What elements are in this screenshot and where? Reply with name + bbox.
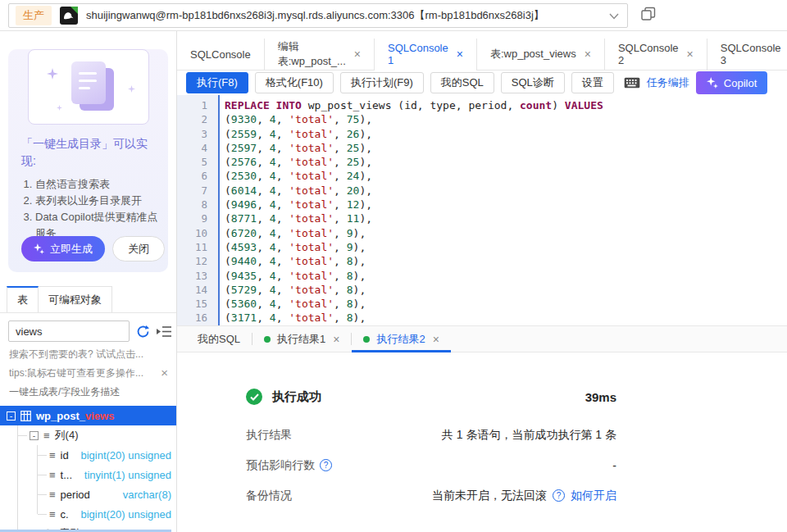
connection-selector[interactable]: 生产 shuijingwanwq@rm-bp181bd6nxs268i3j.my… <box>8 3 628 28</box>
sql-token: 3171 <box>231 311 257 324</box>
sql-token: 8 <box>347 255 353 267</box>
result-row-label: 备份情况 <box>246 489 292 503</box>
generate-now-button[interactable]: 立即生成 <box>21 236 105 261</box>
sql-line: (2597, 4, 'total', 25), <box>225 141 787 155</box>
how-to-enable-link[interactable]: 如何开启 <box>571 489 616 503</box>
result-tab[interactable]: 执行结果1× <box>252 326 351 352</box>
help-icon[interactable]: ? <box>320 459 332 471</box>
sql-token: , <box>257 311 270 324</box>
tab-close-icon[interactable]: × <box>687 48 694 61</box>
chevron-down-icon[interactable] <box>609 8 619 23</box>
format-button[interactable]: 格式化(F10) <box>255 72 334 93</box>
sql-line: (4593, 4, 'total', 9), <box>225 240 787 254</box>
editor-tab[interactable]: 编辑表:wp_post_...× <box>265 39 375 70</box>
tab-close-icon[interactable]: × <box>457 48 463 61</box>
sql-token: 11 <box>347 212 360 225</box>
editor-tab[interactable]: 表:wp_post_views× <box>477 39 605 70</box>
sql-token: ( <box>225 198 231 211</box>
tab-close-icon[interactable]: × <box>433 333 439 346</box>
column-name: c. <box>61 508 69 521</box>
editor-tab[interactable]: SQLConsole 2× <box>605 39 707 70</box>
result-tab[interactable]: 执行结果2× <box>352 326 450 352</box>
sql-token: 5729 <box>231 284 257 296</box>
sql-token: , <box>257 170 270 182</box>
editor-code[interactable]: REPLACE INTO wp_post_views (id, type, pe… <box>218 95 787 325</box>
editor-tab-label: 表:wp_post_views <box>490 47 576 61</box>
sql-token: ), <box>353 311 366 324</box>
tree-column-row[interactable]: ≡c.bigint(20) unsigned <box>0 504 176 524</box>
result-tab-label: 执行结果2 <box>376 332 425 347</box>
sql-token: 'total' <box>289 113 334 125</box>
sql-token: 'total' <box>289 284 334 296</box>
sql-toolbar: 执行(F8) 格式化(F10) 执行计划(F9) 我的SQL SQL诊断 设置 … <box>177 70 787 95</box>
explain-plan-button[interactable]: 执行计划(F9) <box>340 72 424 93</box>
editor-tab[interactable]: SQLConsole 1× <box>375 39 477 70</box>
sidebar-tab[interactable]: 表 <box>7 286 39 312</box>
sidebar-tab-label: 表 <box>17 293 28 307</box>
table-icon <box>20 411 31 421</box>
sql-editor[interactable]: 12345678910111213141516 REPLACE INTO wp_… <box>177 95 787 325</box>
result-tab-label: 我的SQL <box>198 332 240 347</box>
execute-button[interactable]: 执行(F8) <box>186 72 248 93</box>
editor-tab[interactable]: SQLConsole 3× <box>707 39 787 70</box>
copilot-button[interactable]: Copilot <box>696 71 767 94</box>
sql-line: (2576, 4, 'total', 25), <box>225 155 787 169</box>
execution-status-text: 执行成功 <box>272 389 321 405</box>
collapse-minus-icon[interactable]: - <box>7 412 16 421</box>
sql-token: , <box>334 184 347 197</box>
tree-columns-group[interactable]: - ≡ 列(4) <box>0 425 176 445</box>
collapse-tree-icon[interactable] <box>157 325 171 338</box>
tab-close-icon[interactable]: × <box>585 48 591 61</box>
result-row-label: 预估影响行数? <box>246 458 332 473</box>
sql-token: ( <box>225 255 231 267</box>
column-type: bigint(20) unsigned <box>80 508 171 521</box>
table-search-input[interactable] <box>8 321 130 342</box>
editor-tab[interactable]: SQLConsole <box>177 39 265 70</box>
close-icon[interactable]: × <box>161 366 176 380</box>
sql-token: , <box>334 270 347 282</box>
sql-token: ), <box>353 270 366 282</box>
result-tab[interactable]: 我的SQL <box>186 326 252 352</box>
line-number: 11 <box>177 240 218 254</box>
sql-token: 25 <box>347 156 360 168</box>
line-number: 15 <box>177 297 218 311</box>
sparkle-icon <box>707 77 718 89</box>
sql-line: (2559, 4, 'total', 26), <box>225 127 787 141</box>
tree-column-row[interactable]: ≡t...tinyint(1) unsigned <box>0 465 176 484</box>
tree-column-row[interactable]: ≡periodvarchar(8) <box>0 484 176 504</box>
tab-close-icon[interactable]: × <box>354 48 361 61</box>
sql-token: 'total' <box>289 298 334 310</box>
task-orchestration-link[interactable]: 任务编排 <box>647 75 689 90</box>
sidebar-tab-label: 可编程对象 <box>48 293 102 307</box>
my-sql-button[interactable]: 我的SQL <box>430 72 494 93</box>
sql-token: ( <box>225 142 231 154</box>
editor-tab-label: SQLConsole 2 <box>618 42 679 66</box>
sql-line: REPLACE INTO wp_post_views (id, type, pe… <box>225 98 787 112</box>
tree-column-row[interactable]: ≡idbigint(20) unsigned <box>0 445 176 465</box>
sql-diagnose-button[interactable]: SQL诊断 <box>501 72 565 93</box>
copilot-label: Copilot <box>724 77 757 89</box>
column-icon: ≡ <box>49 508 56 521</box>
sql-token: , <box>257 255 270 267</box>
refresh-icon[interactable] <box>136 325 150 339</box>
settings-button[interactable]: 设置 <box>571 72 614 93</box>
tree-table-row[interactable]: - wp_post_views <box>0 406 176 425</box>
search-hint-text[interactable]: 搜索不到需要的表? 试试点击... <box>0 348 176 361</box>
column-icon: ≡ <box>49 469 56 481</box>
sql-token: 24 <box>347 170 360 182</box>
sparkle-icon <box>57 99 62 114</box>
sidebar-tab[interactable]: 可编程对象 <box>39 286 112 312</box>
sql-token: 9 <box>347 227 353 239</box>
duplicate-window-icon[interactable] <box>641 7 656 25</box>
collapse-minus-icon[interactable]: - <box>30 431 39 440</box>
keyboard-icon[interactable] <box>624 77 640 89</box>
gen-desc-hint[interactable]: 一键生成表/字段业务描述 <box>0 385 176 398</box>
sql-token: 4 <box>270 255 276 267</box>
sql-token: ), <box>359 170 372 182</box>
tab-close-icon[interactable]: × <box>333 333 339 346</box>
sql-token: 20 <box>347 184 360 197</box>
sparkle-icon <box>128 81 135 96</box>
help-icon[interactable]: ? <box>553 489 565 502</box>
promo-close-button[interactable]: 关闭 <box>112 236 165 261</box>
sql-token: 4593 <box>231 241 257 253</box>
